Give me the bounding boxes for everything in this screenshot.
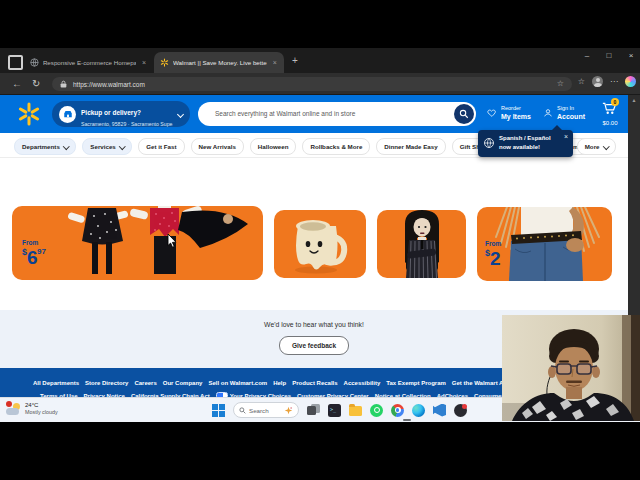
back-button[interactable]: ← [12, 78, 22, 89]
weather-icon [6, 401, 21, 416]
search-button[interactable] [454, 104, 474, 124]
address-bar[interactable]: https://www.walmart.com ☆ [52, 77, 572, 91]
reorder-my-items[interactable]: Reorder My Items [487, 106, 531, 120]
product-card-costumes[interactable]: From$697 [12, 206, 263, 280]
tab-actions-icon[interactable] [8, 55, 23, 70]
language-popup-subtitle: now available! [499, 144, 540, 150]
footer-link-product-recalls[interactable]: Product Recalls [292, 380, 337, 386]
nav-item-more[interactable]: More [577, 138, 616, 155]
language-popup-title: Spanish / Español [499, 135, 551, 141]
copilot-sparkle-icon [284, 406, 293, 415]
nav-item-halloween[interactable]: Halloween [250, 138, 297, 155]
recorder-app-icon[interactable] [454, 404, 467, 417]
webcam-video [502, 315, 640, 421]
url-text: https://www.walmart.com [73, 81, 145, 88]
lock-icon [60, 80, 67, 88]
letterbox-bottom [0, 422, 640, 480]
chevron-down-icon [177, 110, 184, 117]
windows-start-button[interactable] [212, 404, 225, 417]
search-placeholder: Search [249, 407, 281, 414]
product-card-denim[interactable]: From$2 [477, 207, 612, 281]
tab-title: Walmart || Save Money. Live bette [173, 59, 267, 66]
new-tab-button[interactable]: + [292, 56, 298, 66]
nav-item-new-arrivals[interactable]: New Arrivals [191, 138, 244, 155]
my-items-label: My Items [501, 113, 531, 120]
walmart-header: Pickup or delivery? Sacramento, 95829 · … [0, 95, 628, 133]
sign-in-label: Sign In [557, 106, 585, 112]
edge-icon-active[interactable] [412, 404, 425, 417]
price-amount: 6 [27, 247, 37, 268]
tab-bar: Responsive E-commerce Homepa × Walmart |… [0, 48, 640, 73]
footer-link-accessibility[interactable]: Accessibility [344, 380, 381, 386]
heart-icon [487, 108, 497, 118]
chevron-down-icon [63, 143, 69, 149]
cart-count-badge: 0 [611, 98, 619, 106]
profile-avatar[interactable] [592, 76, 603, 87]
copilot-icon[interactable] [625, 76, 636, 87]
chrome-icon[interactable] [391, 404, 404, 417]
footer-link-careers[interactable]: Careers [134, 380, 156, 386]
vscode-icon[interactable] [433, 404, 446, 417]
nav-item-rollbacks-more[interactable]: Rollbacks & More [302, 138, 370, 155]
nav-item-departments[interactable]: Departments [14, 138, 76, 155]
cart-button[interactable]: 0 $0.00 [596, 101, 624, 126]
weather-desc: Mostly cloudy [25, 410, 58, 415]
search-icon [239, 407, 246, 414]
nav-item-dinner-made-easy[interactable]: Dinner Made Easy [376, 138, 445, 155]
nav-item-services[interactable]: Services [82, 138, 132, 155]
sign-in-account[interactable]: Sign In Account [543, 106, 585, 120]
footer-link-all-departments[interactable]: All Departments [33, 380, 79, 386]
browser-menu-icon[interactable]: ⋯ [610, 77, 618, 86]
globe-favicon-icon [30, 58, 39, 67]
pickup-title: Pickup or delivery? [81, 109, 141, 116]
price-amount: 2 [490, 248, 500, 269]
close-button[interactable]: × [626, 51, 636, 60]
search-input[interactable]: Search everything at Walmart online and … [198, 102, 476, 126]
walmart-logo-icon[interactable] [17, 102, 41, 126]
refresh-button[interactable]: ↻ [32, 78, 40, 89]
pickup-delivery-selector[interactable]: Pickup or delivery? Sacramento, 95829 · … [52, 101, 190, 127]
mouse-cursor [167, 234, 178, 248]
pickup-location: Sacramento, 95829 · Sacramento Supe... [81, 121, 173, 127]
weather-temp: 24°C [25, 402, 58, 408]
footer-link-our-company[interactable]: Our Company [163, 380, 203, 386]
screen: Responsive E-commerce Homepa × Walmart |… [0, 0, 640, 480]
bookmark-star-icon[interactable]: ☆ [557, 79, 564, 88]
tab-close-icon[interactable]: × [273, 59, 277, 66]
footer-link-tax-exempt-program[interactable]: Tax Exempt Program [386, 380, 446, 386]
maximize-button[interactable]: □ [604, 51, 614, 60]
person-icon [543, 108, 553, 118]
minimize-button[interactable]: – [582, 51, 592, 60]
active-app-indicator [403, 419, 411, 421]
cart-total: $0.00 [596, 120, 624, 126]
product-card-ghost-mug[interactable] [274, 210, 366, 278]
weather-widget[interactable]: 24°C Mostly cloudy [6, 401, 58, 416]
footer-link-sell-on-walmart-com[interactable]: Sell on Walmart.com [208, 380, 267, 386]
footer-link-help[interactable]: Help [273, 380, 286, 386]
footer-link-store-directory[interactable]: Store Directory [85, 380, 128, 386]
terminal-icon[interactable] [328, 404, 341, 417]
nav-item-get-it-fast[interactable]: Get it Fast [138, 138, 184, 155]
store-icon [59, 106, 76, 123]
language-popup: Spanish / Español now available! × [478, 130, 573, 157]
whatsapp-icon[interactable] [370, 404, 383, 417]
taskbar-search-box[interactable]: Search [233, 402, 299, 418]
product-image-doll [377, 210, 466, 278]
file-explorer-icon[interactable] [349, 406, 362, 416]
scroll-up-icon[interactable]: ▲ [628, 97, 640, 103]
popup-close-icon[interactable]: × [564, 133, 568, 140]
reorder-label: Reorder [501, 106, 531, 112]
give-feedback-button[interactable]: Give feedback [279, 336, 349, 355]
tab-close-icon[interactable]: × [142, 59, 146, 66]
browser-tab-ecommerce[interactable]: Responsive E-commerce Homepa × [24, 52, 152, 73]
product-image-ghost-mug [274, 210, 366, 278]
weather-alert-badge [6, 401, 12, 407]
product-card-doll[interactable] [377, 210, 466, 278]
favorites-icon[interactable]: ☆ [578, 77, 585, 86]
price-cents: 97 [37, 247, 46, 256]
task-view-icon[interactable] [307, 404, 320, 417]
account-label: Account [557, 113, 585, 120]
webcam-overlay [502, 315, 640, 421]
chevron-down-icon [603, 143, 609, 149]
browser-tab-walmart-active[interactable]: Walmart || Save Money. Live bette × [154, 52, 284, 73]
